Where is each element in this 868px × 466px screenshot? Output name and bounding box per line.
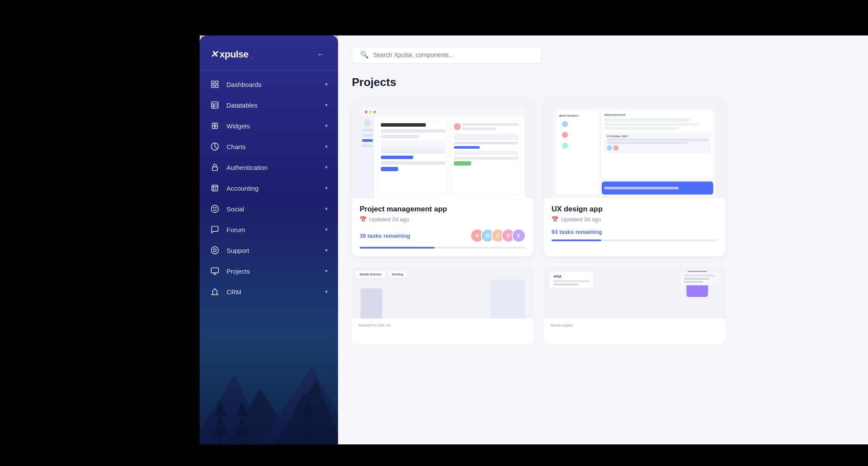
bottom-card-preview-devices: Mobile Devices Gaming bbox=[352, 267, 533, 319]
logo-dot: . bbox=[250, 49, 253, 60]
sidebar-item-dashboards[interactable]: Dashboards ▾ bbox=[200, 74, 338, 95]
card-updated-ux: 📅 Updated 3d ago bbox=[552, 216, 718, 223]
svg-point-7 bbox=[215, 126, 218, 129]
sidebar-item-projects-label: Projects bbox=[227, 268, 250, 275]
main-area: ✕ xpulse . ← Dashboards ▾ bbox=[200, 35, 868, 444]
social-chevron: ▾ bbox=[325, 206, 328, 212]
sidebar-item-widgets-label: Widgets bbox=[227, 122, 250, 130]
logo-icon: ✕ bbox=[210, 49, 218, 60]
projects-chevron: ▾ bbox=[325, 268, 328, 274]
left-black-bar bbox=[0, 35, 200, 444]
avatar-5: E bbox=[512, 229, 526, 243]
widgets-chevron: ▾ bbox=[325, 123, 328, 129]
search-input[interactable] bbox=[373, 51, 534, 58]
search-icon: 🔍 bbox=[360, 51, 369, 59]
sidebar: ✕ xpulse . ← Dashboards ▾ bbox=[200, 35, 338, 444]
sidebar-item-forum[interactable]: Forum ▾ bbox=[200, 219, 338, 240]
sidebar-item-crm-label: CRM bbox=[227, 288, 241, 296]
mountain-1 bbox=[200, 375, 269, 444]
sidebar-item-charts-label: Charts bbox=[227, 143, 246, 150]
sidebar-item-authentication[interactable]: Authentication ▾ bbox=[200, 157, 338, 178]
sidebar-item-accounting-label: Accounting bbox=[227, 185, 258, 192]
svg-rect-19 bbox=[211, 268, 219, 273]
accounting-chevron: ▾ bbox=[325, 185, 328, 191]
calendar-icon-2: 📅 bbox=[552, 216, 558, 223]
tree-3 bbox=[301, 410, 316, 444]
crm-chevron: ▾ bbox=[325, 289, 328, 295]
progress-bar-management bbox=[360, 247, 526, 249]
forum-chevron: ▾ bbox=[325, 227, 328, 233]
svg-point-4 bbox=[212, 123, 215, 126]
authentication-chevron: ▾ bbox=[325, 164, 328, 170]
bottom-card-info-devices: Macbook Pro 2018 • 15 bbox=[352, 319, 533, 332]
svg-rect-0 bbox=[212, 102, 218, 109]
support-chevron: ▾ bbox=[325, 247, 328, 253]
svg-point-17 bbox=[211, 247, 219, 254]
svg-point-16 bbox=[216, 207, 217, 208]
sidebar-item-support[interactable]: Support ▾ bbox=[200, 240, 338, 261]
bottom-card-preview-finance: VISA bbox=[544, 267, 725, 319]
bottom-card-info-finance: Recent analytics bbox=[544, 319, 725, 332]
sidebar-item-authentication-label: Authentication bbox=[227, 164, 268, 171]
authentication-icon bbox=[210, 163, 220, 172]
mountain-5 bbox=[278, 393, 338, 444]
svg-point-6 bbox=[212, 126, 215, 129]
card-preview-ux: Best workers bbox=[544, 99, 725, 198]
bottom-card-finance[interactable]: VISA Recent analytics bbox=[544, 267, 725, 345]
svg-point-18 bbox=[214, 249, 217, 252]
search-bar[interactable]: 🔍 bbox=[352, 46, 542, 64]
projects-grid: Project management app 📅 Updated 2d ago … bbox=[352, 99, 854, 256]
progress-bar-ux bbox=[552, 239, 718, 241]
sidebar-item-social-label: Social bbox=[227, 205, 244, 213]
tasks-count-management: 38 tasks remaining bbox=[360, 233, 410, 239]
projects-icon bbox=[210, 266, 220, 276]
logo-text: xpulse bbox=[220, 49, 249, 60]
sidebar-item-forum-label: Forum bbox=[227, 226, 245, 233]
dashboards-chevron: ▾ bbox=[325, 81, 328, 87]
card-preview-management bbox=[352, 99, 533, 198]
mountain-3 bbox=[260, 367, 338, 444]
sidebar-item-dashboards-label: Dashboards bbox=[227, 81, 262, 88]
card-title-management: Project management app bbox=[360, 205, 526, 214]
sidebar-nav: Dashboards ▾ Datatables bbox=[200, 70, 338, 306]
sidebar-item-accounting[interactable]: Accounting ▾ bbox=[200, 178, 338, 198]
support-icon bbox=[210, 246, 220, 255]
sidebar-item-crm[interactable]: CRM ▾ bbox=[200, 281, 338, 302]
sidebar-background bbox=[200, 349, 338, 444]
sidebar-item-support-label: Support bbox=[227, 247, 249, 254]
charts-icon bbox=[210, 142, 220, 151]
forum-icon bbox=[210, 225, 220, 234]
top-black-bar bbox=[0, 0, 868, 35]
calendar-icon-1: 📅 bbox=[360, 216, 367, 223]
sidebar-item-charts[interactable]: Charts ▾ bbox=[200, 136, 338, 157]
sidebar-item-datatables-label: Datatables bbox=[227, 102, 258, 109]
card-info-ux: UX design app 📅 Updated 3d ago 93 tasks … bbox=[544, 198, 725, 249]
bottom-cards: Mobile Devices Gaming Macbook Pro 2018 •… bbox=[352, 267, 854, 345]
avatars-group-management: A B C D E bbox=[470, 229, 526, 243]
bottom-card-devices[interactable]: Mobile Devices Gaming Macbook Pro 2018 •… bbox=[352, 267, 533, 345]
mountain-2 bbox=[226, 388, 295, 444]
sidebar-item-social[interactable]: Social ▾ bbox=[200, 198, 338, 219]
card-info-management: Project management app 📅 Updated 2d ago … bbox=[352, 198, 533, 256]
card-footer-management: 38 tasks remaining A B C D E bbox=[360, 229, 526, 243]
projects-section-title: Projects bbox=[352, 76, 854, 89]
card-title-ux: UX design app bbox=[552, 205, 718, 214]
card-updated-management: 📅 Updated 2d ago bbox=[360, 216, 526, 223]
social-icon bbox=[210, 204, 220, 214]
sidebar-header: ✕ xpulse . ← bbox=[200, 35, 338, 70]
datatables-icon bbox=[210, 100, 220, 110]
svg-rect-9 bbox=[212, 167, 217, 170]
project-card-ux[interactable]: Best workers bbox=[544, 99, 725, 256]
tree-2 bbox=[234, 410, 250, 444]
card-footer-ux: 93 tasks remaining bbox=[552, 229, 718, 235]
crm-icon bbox=[210, 287, 220, 297]
sidebar-item-widgets[interactable]: Widgets ▾ bbox=[200, 115, 338, 136]
sidebar-item-projects[interactable]: Projects ▾ bbox=[200, 261, 338, 281]
datatables-chevron: ▾ bbox=[325, 102, 328, 108]
bottom-black-bar bbox=[0, 444, 868, 466]
back-button[interactable]: ← bbox=[314, 48, 328, 61]
tree-1 bbox=[213, 410, 228, 444]
project-card-management[interactable]: Project management app 📅 Updated 2d ago … bbox=[352, 99, 533, 256]
sidebar-item-datatables[interactable]: Datatables ▾ bbox=[200, 95, 338, 115]
tasks-count-ux: 93 tasks remaining bbox=[552, 229, 602, 235]
